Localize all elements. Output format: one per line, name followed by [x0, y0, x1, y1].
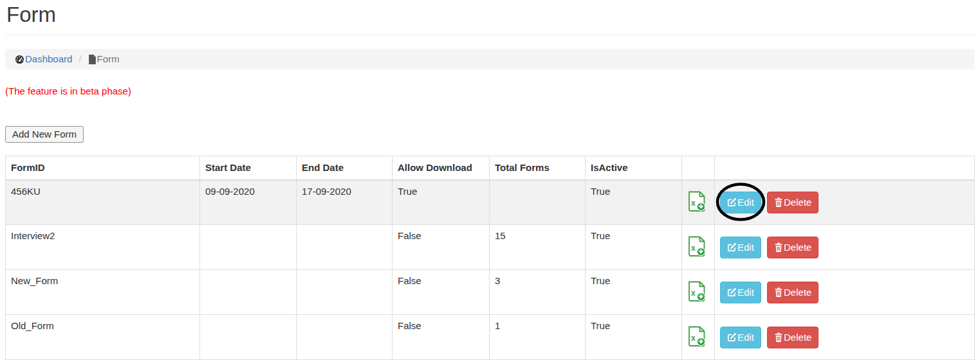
header-start-date: Start Date: [200, 156, 297, 180]
table-body: 456KU 09-09-2020 17-09-2020 True True x: [6, 180, 975, 360]
edit-icon: [727, 287, 737, 297]
excel-export-icon[interactable]: x: [687, 281, 707, 302]
breadcrumb-separator: /: [72, 54, 88, 64]
table-row: New_Form False 3 True x: [6, 270, 975, 315]
cell-export: x: [682, 270, 715, 315]
svg-text:x: x: [691, 334, 696, 343]
delete-button[interactable]: Delete: [767, 327, 818, 348]
cell-export: x: [682, 225, 715, 270]
cell-total-forms: 1: [490, 315, 586, 360]
trash-icon: [774, 287, 783, 297]
trash-icon: [774, 332, 783, 342]
cell-actions: Edit Delete: [715, 225, 975, 270]
page-title: Form: [6, 3, 975, 27]
cell-start-date: [200, 315, 297, 360]
dashboard-icon: [15, 55, 24, 64]
delete-button-label: Delete: [784, 196, 811, 209]
beta-phase-notice: (The feature is in beta phase): [5, 86, 975, 97]
cell-allow-download: False: [393, 315, 490, 360]
cell-end-date: [297, 270, 393, 315]
cell-is-active: True: [586, 180, 682, 225]
trash-icon: [774, 197, 783, 207]
breadcrumb-current-label: Form: [97, 54, 120, 64]
cell-form-id: 456KU: [6, 180, 200, 225]
svg-text:x: x: [691, 289, 696, 298]
edit-button[interactable]: Edit: [720, 237, 761, 258]
page-container: Form Dashboard /: [5, 0, 975, 360]
breadcrumb-dashboard-link[interactable]: Dashboard: [25, 54, 72, 64]
cell-export: x: [682, 180, 715, 225]
breadcrumb-item-form: Form: [88, 54, 120, 64]
svg-text:x: x: [691, 199, 696, 208]
cell-end-date: [297, 315, 393, 360]
table-row: Old_Form False 1 True x: [6, 315, 975, 360]
svg-text:x: x: [691, 244, 696, 253]
cell-start-date: 09-09-2020: [200, 180, 297, 225]
table-header-row: FormID Start Date End Date Allow Downloa…: [6, 156, 975, 180]
cell-export: x: [682, 315, 715, 360]
delete-button[interactable]: Delete: [767, 192, 818, 213]
cell-start-date: [200, 270, 297, 315]
edit-button[interactable]: Edit: [720, 282, 761, 303]
cell-actions: Edit Delete: [715, 180, 975, 225]
edit-icon: [727, 332, 737, 342]
header-end-date: End Date: [297, 156, 393, 180]
cell-total-forms: 3: [490, 270, 586, 315]
edit-button-label: Edit: [737, 241, 754, 254]
cell-end-date: [297, 225, 393, 270]
excel-export-icon[interactable]: x: [687, 236, 707, 257]
edit-button-label: Edit: [737, 196, 754, 209]
edit-icon: [727, 242, 737, 252]
edit-button[interactable]: Edit: [720, 192, 761, 213]
edit-button-label: Edit: [737, 286, 754, 299]
edit-button-label: Edit: [737, 331, 754, 344]
cell-is-active: True: [586, 270, 682, 315]
cell-form-id: Old_Form: [6, 315, 200, 360]
cell-start-date: [200, 225, 297, 270]
delete-button[interactable]: Delete: [767, 282, 818, 303]
edit-button[interactable]: Edit: [720, 327, 761, 348]
cell-form-id: Interview2: [6, 225, 200, 270]
cell-allow-download: True: [393, 180, 490, 225]
header-form-id: FormID: [6, 156, 200, 180]
table-row: 456KU 09-09-2020 17-09-2020 True True x: [6, 180, 975, 225]
delete-button-label: Delete: [784, 241, 811, 254]
header-export: [682, 156, 715, 180]
cell-actions: Edit Delete: [715, 270, 975, 315]
delete-button[interactable]: Delete: [767, 237, 818, 258]
table-row: Interview2 False 15 True x: [6, 225, 975, 270]
excel-export-icon[interactable]: x: [687, 191, 707, 212]
header-total-forms: Total Forms: [490, 156, 586, 180]
cell-actions: Edit Delete: [715, 315, 975, 360]
cell-allow-download: False: [393, 270, 490, 315]
header-actions: [715, 156, 975, 180]
forms-table: FormID Start Date End Date Allow Downloa…: [5, 156, 975, 360]
cell-is-active: True: [586, 315, 682, 360]
header-allow-download: Allow Download: [393, 156, 490, 180]
page-header: Form: [5, 0, 975, 35]
trash-icon: [774, 242, 783, 252]
header-is-active: IsActive: [586, 156, 682, 180]
cell-form-id: New_Form: [6, 270, 200, 315]
delete-button-label: Delete: [784, 286, 811, 299]
breadcrumb-item-dashboard[interactable]: Dashboard: [15, 54, 72, 64]
cell-end-date: 17-09-2020: [297, 180, 393, 225]
cell-allow-download: False: [393, 225, 490, 270]
cell-is-active: True: [586, 225, 682, 270]
delete-button-label: Delete: [784, 331, 811, 344]
breadcrumb: Dashboard / Form: [5, 49, 975, 69]
cell-total-forms: [490, 180, 586, 225]
edit-icon: [727, 197, 737, 207]
add-new-form-button[interactable]: Add New Form: [5, 126, 84, 143]
file-icon: [88, 55, 97, 64]
excel-export-icon[interactable]: x: [687, 326, 707, 347]
cell-total-forms: 15: [490, 225, 586, 270]
